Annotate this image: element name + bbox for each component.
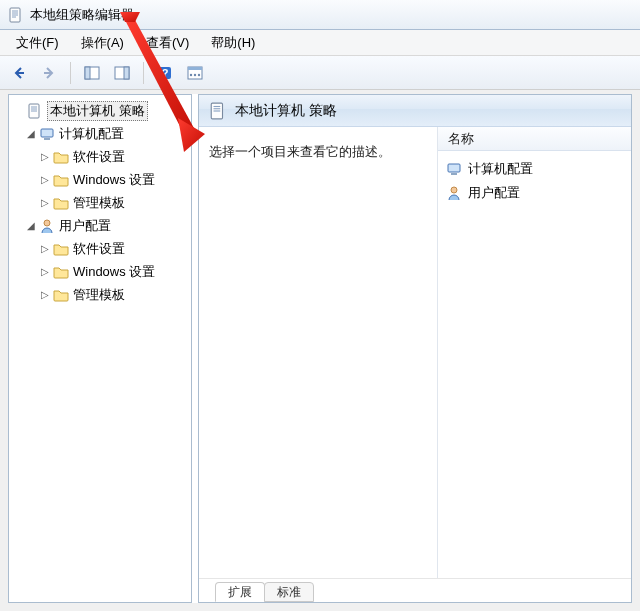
menu-view[interactable]: 查看(V) [136, 31, 199, 55]
tree-label: 计算机配置 [59, 125, 124, 143]
details-pane: 本地计算机 策略 选择一个项目来查看它的描述。 名称 计算机配置 [198, 94, 632, 603]
details-body: 选择一个项目来查看它的描述。 名称 计算机配置 [199, 127, 631, 578]
expand-icon[interactable]: ▷ [39, 151, 51, 163]
tool-bar: ? [0, 56, 640, 90]
show-hide-action-button[interactable] [109, 60, 135, 86]
computer-icon [39, 126, 55, 142]
toolbar-separator [143, 62, 144, 84]
tree-windows-settings[interactable]: ▷ Windows 设置 [11, 260, 189, 283]
expand-icon[interactable]: ▷ [39, 174, 51, 186]
tree-root-label: 本地计算机 策略 [47, 101, 148, 121]
svg-text:?: ? [162, 67, 169, 79]
help-button[interactable]: ? [152, 60, 178, 86]
tree-label: Windows 设置 [73, 263, 155, 281]
tree-software-settings[interactable]: ▷ 软件设置 [11, 237, 189, 260]
collapse-icon[interactable]: ◢ [25, 220, 37, 232]
column-header-label: 名称 [448, 130, 474, 148]
show-hide-tree-button[interactable] [79, 60, 105, 86]
list-item-computer-config[interactable]: 计算机配置 [444, 157, 625, 181]
svg-rect-27 [448, 164, 460, 172]
svg-point-15 [198, 73, 200, 75]
svg-rect-28 [451, 173, 457, 175]
folder-icon [53, 149, 69, 165]
tree-root[interactable]: 本地计算机 策略 [11, 99, 189, 122]
folder-icon [53, 287, 69, 303]
svg-rect-20 [41, 129, 53, 137]
user-icon [39, 218, 55, 234]
tree-admin-templates[interactable]: ▷ 管理模板 [11, 191, 189, 214]
expand-icon[interactable]: ▷ [39, 243, 51, 255]
panel-tree-icon [84, 65, 100, 81]
expand-icon[interactable]: ▷ [39, 266, 51, 278]
list-rows: 计算机配置 用户配置 [438, 151, 631, 211]
list-column: 名称 计算机配置 用户配置 [437, 127, 631, 578]
svg-point-22 [44, 220, 50, 226]
folder-icon [53, 264, 69, 280]
menu-action[interactable]: 操作(A) [71, 31, 134, 55]
tree-label: 管理模板 [73, 194, 125, 212]
tree-label: 管理模板 [73, 286, 125, 304]
svg-rect-6 [85, 67, 90, 79]
help-icon: ? [157, 65, 173, 81]
tree-windows-settings[interactable]: ▷ Windows 设置 [11, 168, 189, 191]
description-column: 选择一个项目来查看它的描述。 [199, 127, 437, 578]
list-item-label: 用户配置 [468, 184, 520, 202]
arrow-right-icon [41, 65, 57, 81]
tree-label: Windows 设置 [73, 171, 155, 189]
toolbar-separator [70, 62, 71, 84]
tab-label: 扩展 [228, 585, 252, 599]
description-text: 选择一个项目来查看它的描述。 [209, 144, 391, 159]
console-tree[interactable]: 本地计算机 策略 ◢ 计算机配置 ▷ 软件设置 ▷ [8, 94, 192, 603]
back-button[interactable] [6, 60, 32, 86]
svg-point-13 [190, 73, 192, 75]
folder-icon [53, 195, 69, 211]
svg-rect-12 [188, 67, 202, 70]
tree-user-config[interactable]: ◢ 用户配置 [11, 214, 189, 237]
gpedit-icon [209, 102, 227, 120]
window-title: 本地组策略编辑器 [30, 6, 134, 24]
expand-icon[interactable]: ▷ [39, 289, 51, 301]
tab-extended[interactable]: 扩展 [215, 582, 265, 602]
folder-icon [53, 172, 69, 188]
tree-label: 用户配置 [59, 217, 111, 235]
forward-button[interactable] [36, 60, 62, 86]
details-header-title: 本地计算机 策略 [235, 102, 337, 120]
expand-icon[interactable]: ▷ [39, 197, 51, 209]
collapse-icon[interactable]: ◢ [25, 128, 37, 140]
filter-button[interactable] [182, 60, 208, 86]
tab-standard[interactable]: 标准 [264, 582, 314, 602]
tree-label: 软件设置 [73, 240, 125, 258]
column-header-name[interactable]: 名称 [438, 127, 631, 151]
gpedit-icon [27, 103, 43, 119]
tab-label: 标准 [277, 585, 301, 599]
panel-list-icon [114, 65, 130, 81]
tree-admin-templates[interactable]: ▷ 管理模板 [11, 283, 189, 306]
folder-icon [53, 241, 69, 257]
gpedit-icon [8, 7, 24, 23]
svg-point-29 [451, 187, 457, 193]
view-tabs: 扩展 标准 [199, 578, 631, 602]
tree: 本地计算机 策略 ◢ 计算机配置 ▷ 软件设置 ▷ [9, 95, 191, 310]
menu-help[interactable]: 帮助(H) [201, 31, 265, 55]
filter-options-icon [187, 65, 203, 81]
tree-software-settings[interactable]: ▷ 软件设置 [11, 145, 189, 168]
arrow-left-icon [11, 65, 27, 81]
user-icon [446, 185, 462, 201]
menu-bar: 文件(F) 操作(A) 查看(V) 帮助(H) [0, 30, 640, 56]
computer-icon [446, 161, 462, 177]
list-item-label: 计算机配置 [468, 160, 533, 178]
svg-rect-21 [44, 138, 50, 140]
details-header: 本地计算机 策略 [199, 95, 631, 127]
svg-point-14 [194, 73, 196, 75]
tree-label: 软件设置 [73, 148, 125, 166]
client-area: 本地计算机 策略 ◢ 计算机配置 ▷ 软件设置 ▷ [8, 94, 632, 603]
expand-icon[interactable] [13, 105, 25, 117]
svg-rect-8 [124, 67, 129, 79]
tree-computer-config[interactable]: ◢ 计算机配置 [11, 122, 189, 145]
list-item-user-config[interactable]: 用户配置 [444, 181, 625, 205]
title-bar: 本地组策略编辑器 [0, 0, 640, 30]
menu-file[interactable]: 文件(F) [6, 31, 69, 55]
